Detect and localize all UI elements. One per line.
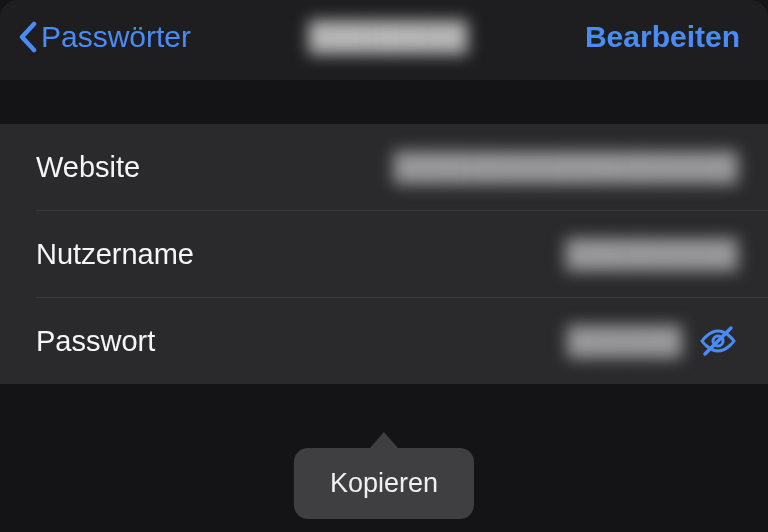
edit-button[interactable]: Bearbeiten	[585, 20, 740, 54]
password-label: Passwort	[36, 325, 155, 358]
page-title: ████████	[309, 21, 468, 53]
username-value: █████████	[566, 239, 738, 270]
copy-label: Kopieren	[330, 468, 438, 498]
popover-arrow	[370, 432, 398, 448]
password-value: ██████	[567, 326, 682, 357]
credentials-section: Website ██████████████████ Nutzername ██…	[0, 124, 768, 384]
username-label: Nutzername	[36, 238, 194, 271]
website-row[interactable]: Website ██████████████████	[0, 124, 768, 210]
back-button[interactable]: Passwörter	[18, 20, 191, 54]
back-label: Passwörter	[41, 20, 191, 54]
password-value-container: ██████	[567, 325, 738, 357]
eye-off-icon[interactable]	[698, 325, 738, 357]
website-label: Website	[36, 151, 140, 184]
username-row[interactable]: Nutzername █████████	[0, 211, 768, 297]
password-row[interactable]: Passwort ██████	[0, 298, 768, 384]
context-menu: Kopieren	[294, 432, 474, 519]
website-value: ██████████████████	[394, 152, 738, 183]
copy-menu-item[interactable]: Kopieren	[294, 448, 474, 519]
chevron-left-icon	[18, 21, 37, 53]
navigation-bar: Passwörter ████████ Bearbeiten	[0, 0, 768, 80]
